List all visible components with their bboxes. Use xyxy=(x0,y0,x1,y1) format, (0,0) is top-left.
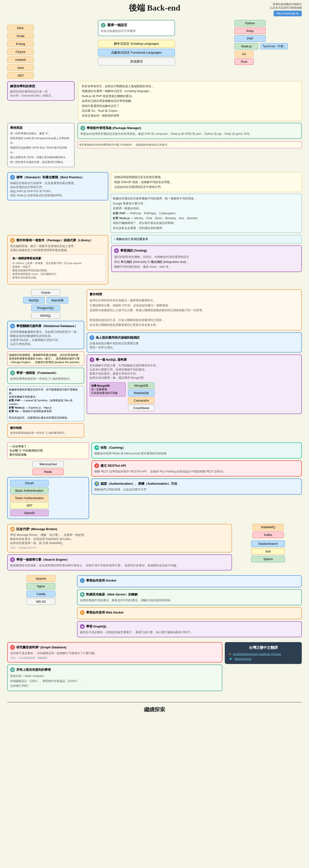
section2-icon: 2 xyxy=(80,126,85,130)
side-test-icon: 7 xyxy=(89,335,94,340)
auth-oauth[interactable]: OAuth xyxy=(10,480,49,486)
nosql-couchbase[interactable]: Couchbase xyxy=(128,405,154,411)
lang-nodejs[interactable]: Node.js xyxy=(234,43,258,50)
section3-title: 標準（Standard）和最佳實踐（Best Practice） xyxy=(17,175,84,180)
lang-java[interactable]: Java xyxy=(7,64,34,71)
test-coverage-note: ♀ 瞭解如何計算測試覆蓋率。 xyxy=(111,235,302,243)
section6-title: 學習一個框架（Framework） xyxy=(17,371,58,375)
roadmap-link[interactable]: http://roadmap.sh xyxy=(274,10,302,16)
section6-icon: 6 xyxy=(10,371,15,375)
lang-php[interactable]: PHP xyxy=(234,35,266,42)
section1-icon: 1 xyxy=(101,23,106,28)
section1-desc: 有各式各樣的語言可供選擇 xyxy=(101,29,172,33)
lang-clojure[interactable]: Clojure xyxy=(7,49,34,55)
section7-icon: 7 xyxy=(89,357,94,362)
lang-ruby[interactable]: Ruby xyxy=(234,28,266,34)
section2-title: 學習套件管理系統 (Package Manager) xyxy=(87,126,141,130)
caching-note: 一旦你學會了，在步驟 ① 中的應用程式裡實作快取策略 xyxy=(7,442,89,459)
section4-title: 製作和發佈一個套件（Package）或函式庫（Library） xyxy=(17,238,93,243)
translator-link2[interactable]: littlegoodjack xyxy=(235,657,251,661)
server-apache[interactable]: Apache xyxy=(26,575,55,582)
auth-basic[interactable]: Basic Authentication xyxy=(10,487,49,494)
broker-kafka[interactable]: Kafka xyxy=(252,532,284,538)
search-sphinx[interactable]: Sphinx xyxy=(251,556,285,562)
section6-desc: 使用你選擇的框架寫一些你在 ① 做的應用程式。 xyxy=(10,377,81,381)
section9-title: 建立 RESTful API xyxy=(101,464,126,468)
lang-erlang[interactable]: Erlang xyxy=(7,41,34,47)
practice-desc: 使用目注學到的所有內容建立一個簡單的應用程式。 它應該要有注冊、登錄和 CRUD… xyxy=(89,298,299,327)
search-elasticsearch[interactable]: ElasticSearch xyxy=(251,540,285,547)
practice-title: 實作時間 xyxy=(89,292,299,297)
translator-link1[interactable]: goodjack/developer-roadmap-chinese xyxy=(233,652,281,656)
section11-note: *請注：又稱為圖資料庫、圖數據庫 xyxy=(10,656,220,660)
functional-languages: 品數程式語言 Functional Languages xyxy=(98,49,175,57)
lang-python[interactable]: Python xyxy=(234,20,266,26)
side-test-desc: 試著為前面步驟中寫的程式的實際任務 撰寫一些單元測試。 xyxy=(89,341,299,350)
section4-desc1: 現在編碼前端、建立一個套件並發佈給其他人使用， xyxy=(10,244,105,248)
docker-title: 學習如何使用 Docker xyxy=(86,579,116,583)
db-mysql[interactable]: MySQL xyxy=(23,297,45,304)
lang-go[interactable]: Go xyxy=(234,51,254,57)
section2-desc: 學會如何使用所所選的語言套件的管理系統。像是 PHP 的 composer，No… xyxy=(80,132,299,136)
nosql-left2: 但一定要看看它與其他選項的不同處 xyxy=(91,388,124,395)
section4-sub1-title: 為一個開源專案做貢獻 xyxy=(12,256,103,260)
websocket-title: 學習如何使用 Web Socket xyxy=(86,610,123,615)
section11-icon: 11 xyxy=(10,645,15,650)
section10-title: 訊息代理* (Message Broker) xyxy=(17,527,57,531)
db-postgresql[interactable]: PostgreSQL xyxy=(31,305,60,311)
learn-desc: 練習並用你選擇的語言來一些 命令列（command line）的程式。 xyxy=(10,90,72,98)
lang-haskell[interactable]: Haskell xyxy=(7,57,34,63)
lang-typescript[interactable]: TypeScript（可選） xyxy=(260,43,288,49)
graphql-desc: 雖然這不是必要的，但我請請抽空看看它， 看看它是什麼，為什麼它被稱為新的 RES… xyxy=(80,630,299,634)
server-nginx[interactable]: Nginx xyxy=(26,583,55,589)
cache-redis[interactable]: Redis xyxy=(32,469,64,475)
section10-note: *請注：又稱為訊息佇列？ xyxy=(10,546,229,550)
lang-rust[interactable]: Rust xyxy=(234,58,254,65)
nosql-cassandra[interactable]: Cassandra xyxy=(128,397,154,404)
runtime-title: 實作時間 xyxy=(10,426,81,430)
section10-icon: 10 xyxy=(10,527,15,532)
section5-title: 學習關聯式資料庫（Relational Database） xyxy=(17,324,78,328)
db-oracle[interactable]: Oracle xyxy=(31,289,60,296)
lang-elixir[interactable]: Elixir xyxy=(7,25,34,31)
cache-memcached[interactable]: Memcached xyxy=(32,461,64,467)
section3-icon: 3 xyxy=(10,175,15,180)
runtime-desc: 使用你選擇的框架寫一些你在 ① 做的應用程式。 xyxy=(10,431,81,435)
section8-icon: 8 xyxy=(10,557,15,562)
lang-dotnet[interactable]: .NET xyxy=(7,72,34,79)
section9-icon: 9 xyxy=(94,463,99,468)
lang-scala[interactable]: Scala xyxy=(7,33,34,39)
auth-jwt[interactable]: JWT xyxy=(10,502,49,509)
section4-desc2: 並嘗試保讓你至少有9個學習標準和最佳實踐。 xyxy=(10,248,105,252)
section5-desc: 這裡有幾種數據庫的選項，你如果已經熟悉其中一個， 瞭解其他的的數據庫也是很容易。… xyxy=(10,330,81,346)
security-note: 請務必閱讀有關資訊安全的最佳實踐。 閱讀 OWASP 指南，並瞭解不同的安全問題… xyxy=(111,172,302,192)
auth-token[interactable]: Token Authentication xyxy=(10,495,49,501)
db-mssql[interactable]: MSSQL xyxy=(31,312,60,319)
caching-icon: 🗲 xyxy=(94,445,99,450)
section12-items: 技術分析（Static Analysis）、 領域驅動設計（DDD）、簡單物件存… xyxy=(10,674,220,688)
auth-title: 認證（Authentication）、授權（Authorization）方法 xyxy=(101,482,177,486)
translator-title: 台灣正體中文翻譯 xyxy=(229,646,298,650)
nosql-rethinkdb[interactable]: RethinkDB xyxy=(128,390,154,396)
other-options: 其他選項 xyxy=(98,58,175,65)
section12-icon: 12 xyxy=(10,667,15,672)
db-mariadb[interactable]: MariaDB xyxy=(47,297,68,304)
helper-note: 套件要協助你在你的應用程式中載入外部組件， 也能協助你發現自己的套件。 xyxy=(78,141,302,148)
nosql-mongodb[interactable]: MongoDB xyxy=(128,382,154,389)
caching-desc: 瞭解如何使用 Redis 或 Memcached 實作應用程式的快取 xyxy=(94,452,299,456)
testing-section-desc: 測試的類型有好幾種，但現在，先瞭解如何用你選擇的語言 撰寫 單元測試 (Unit… xyxy=(114,254,299,269)
auth-desc: 瞭解他們之間的差異，以及如何實作它們 xyxy=(94,488,299,492)
testing-note: 根據你所選的語言會有幾種不同的選擇，每一種都有不同的用途。 Google 看看有… xyxy=(111,194,302,232)
server-caddy[interactable]: Caddy xyxy=(26,591,55,597)
webserver-desc: 這裡有幾個不同的選項，看看這些不同的選項， 瞭解它的的使用和用例。 xyxy=(80,598,299,602)
header-note-line2: 以及各式資源和完整路線圖 xyxy=(228,6,302,10)
learn-title: 練習你學到的東西 xyxy=(10,84,72,88)
section3-desc: 每種語言都有自己的標準，以及最優秀的最佳實踐。 為你所選的語言學習它們。 例如 … xyxy=(10,181,105,197)
example-title: 舉例來說 xyxy=(10,126,72,130)
broker-rabbitmq[interactable]: RabbitMQ xyxy=(252,524,284,530)
search-solr[interactable]: Solr xyxy=(251,548,285,555)
server-msiis[interactable]: MS IIS xyxy=(26,598,55,605)
translator-box: 台灣正體中文翻譯 ♥ goodjack/developer-roadmap-ch… xyxy=(225,642,302,664)
section4-sub1-desc: 在 GitHub 上提著一些專案，並在專案中間一些 pull request， … xyxy=(12,261,103,279)
auth-openid[interactable]: OpenID xyxy=(10,510,49,516)
